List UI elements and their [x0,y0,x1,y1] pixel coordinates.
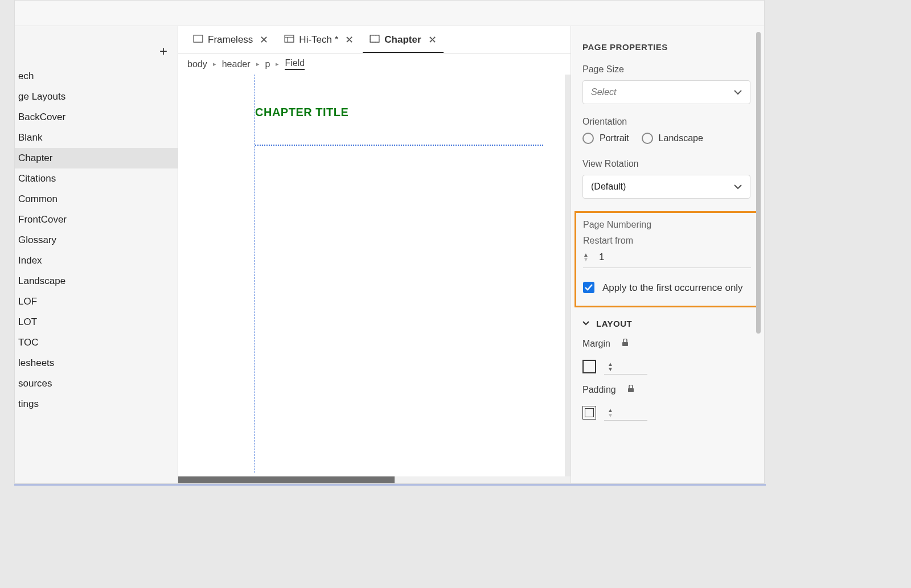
window-bottom-rule [14,484,766,486]
page-numbering-label: Page Numbering [583,220,751,230]
properties-panel: PAGE PROPERTIES Page Size Select Orienta… [571,26,764,483]
tab[interactable]: Hi-Tech *✕ [277,26,360,53]
close-icon[interactable]: ✕ [260,34,268,46]
breadcrumb-item[interactable]: p [265,59,270,69]
tab-label: Frameless [208,34,253,46]
layout-title: LAYOUT [596,319,632,328]
breadcrumb-item[interactable]: Field [285,58,305,70]
sidebar-item[interactable]: ge Layouts [15,87,178,107]
orientation-landscape-radio[interactable]: Landscape [642,133,703,144]
svg-rect-5 [370,35,379,42]
sidebar-item[interactable]: lesheets [15,353,178,373]
view-rotation-label: View Rotation [582,159,750,169]
tab-icon [370,34,380,46]
orientation-label: Orientation [582,117,750,127]
svg-rect-6 [622,342,628,346]
margin-stepper[interactable]: ▲ ▼ [604,359,647,375]
lock-icon[interactable] [627,385,634,394]
sidebar-item[interactable]: BackCover [15,107,178,128]
sidebar-item[interactable]: Citations [15,168,178,189]
sidebar-item[interactable]: Chapter [15,148,178,168]
panel-title: PAGE PROPERTIES [582,42,750,52]
orientation-portrait-radio[interactable]: Portrait [582,133,629,144]
restart-from-label: Restart from [583,236,751,246]
page-numbering-highlight: Page Numbering Restart from ▲ ▼ 1 Apply … [574,211,760,307]
add-button[interactable]: + [159,43,167,59]
left-sidebar: + echge LayoutsBackCoverBlankChapterCita… [15,26,178,483]
apply-first-label: Apply to the first occurrence only [602,281,743,295]
tab[interactable]: Frameless✕ [186,26,275,53]
tab-label: Hi-Tech * [299,34,338,46]
sidebar-item[interactable]: Glossary [15,230,178,250]
stepper-down-icon[interactable]: ▼ [583,257,589,262]
page-size-label: Page Size [582,64,750,75]
padding-label: Padding [582,385,616,395]
sidebar-item[interactable]: Index [15,250,178,271]
close-icon[interactable]: ✕ [428,34,437,46]
sidebar-item[interactable]: tings [15,394,178,414]
lock-icon[interactable] [622,339,629,348]
orientation-portrait-label: Portrait [600,133,629,143]
panel-scrollbar[interactable] [756,32,761,334]
sidebar-item[interactable]: LOT [15,312,178,332]
breadcrumb-item[interactable]: header [222,59,251,69]
svg-rect-1 [285,35,294,42]
breadcrumb: body▸header▸p▸Field [178,54,571,75]
radio-icon [582,133,594,144]
radio-icon [642,133,653,144]
sidebar-item[interactable]: TOC [15,332,178,353]
editor-canvas[interactable]: CHAPTER TITLE [178,75,571,483]
vertical-scrollbar-gutter[interactable] [565,75,571,483]
sidebar-item[interactable]: Landscape [15,271,178,291]
breadcrumb-separator-icon: ▸ [213,60,216,68]
sidebar-item[interactable]: Common [15,189,178,209]
padding-icon [582,406,596,420]
sidebar-item[interactable]: FrontCover [15,209,178,230]
chevron-down-icon [734,87,742,97]
tab-bar: Frameless✕Hi-Tech *✕Chapter✕ [178,26,571,54]
breadcrumb-separator-icon: ▸ [256,60,260,68]
page-size-select[interactable]: Select [582,80,750,104]
close-icon[interactable]: ✕ [345,34,354,46]
chevron-down-icon [582,321,589,326]
horizontal-scrollbar[interactable] [178,476,571,483]
stepper-down-icon[interactable]: ▼ [608,413,613,418]
stepper-down-icon[interactable]: ▼ [608,367,613,372]
sidebar-item[interactable]: Blank [15,128,178,148]
sidebar-item[interactable]: ech [15,66,178,87]
tab-icon [193,34,203,46]
view-rotation-select[interactable]: (Default) [582,175,750,199]
svg-rect-4 [370,35,379,42]
top-toolbar [15,1,764,26]
apply-first-checkbox[interactable] [583,282,594,293]
tab-label: Chapter [384,34,421,46]
tab-icon [284,34,294,46]
padding-stepper[interactable]: ▲ ▼ [604,405,647,421]
sidebar-item[interactable]: sources [15,373,178,394]
chapter-title-field[interactable]: CHAPTER TITLE [255,106,348,119]
sidebar-item[interactable]: LOF [15,291,178,312]
orientation-landscape-label: Landscape [659,133,703,143]
restart-from-stepper[interactable]: ▲ ▼ 1 [583,252,751,268]
restart-from-value: 1 [594,252,604,263]
layout-section-header[interactable]: LAYOUT [582,319,750,328]
breadcrumb-separator-icon: ▸ [276,60,279,68]
margin-label: Margin [582,339,610,349]
tab[interactable]: Chapter✕ [363,26,443,53]
chevron-down-icon [734,182,742,192]
svg-rect-0 [194,35,203,42]
margin-icon [582,360,596,373]
svg-rect-7 [628,388,634,392]
breadcrumb-item[interactable]: body [187,59,207,69]
